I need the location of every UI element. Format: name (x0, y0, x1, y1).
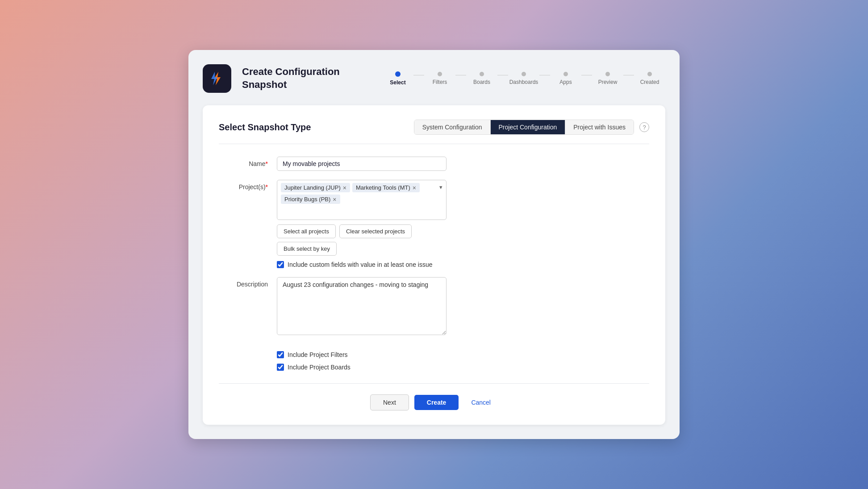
bulk-select-button[interactable]: Bulk select by key (277, 242, 337, 256)
divider-top (219, 144, 649, 144)
divider-bottom (219, 383, 649, 384)
app-title: Create Configuration Snapshot (242, 66, 340, 91)
step-connector-6 (623, 75, 634, 75)
app-logo (203, 64, 231, 93)
projects-multi-select[interactable]: Jupiter Landing (JUP) × Marketing Tools … (277, 180, 447, 220)
step-dot-created (647, 72, 652, 76)
projects-row: Project(s)* Jupiter Landing (JUP) × Mark… (219, 180, 649, 268)
create-button[interactable]: Create (414, 395, 459, 410)
step-label-preview: Preview (598, 79, 618, 85)
description-label: Description (219, 277, 277, 288)
header: Create Configuration Snapshot Select Fil… (203, 64, 665, 93)
action-buttons: Select all projects Clear selected proje… (277, 224, 447, 256)
projects-field: Jupiter Landing (JUP) × Marketing Tools … (277, 180, 447, 268)
description-field: August 23 configuration changes - moving… (277, 277, 447, 337)
step-connector-2 (455, 75, 466, 75)
include-boards-checkbox-row: Include Project Boards (277, 364, 447, 371)
tag-jupiter: Jupiter Landing (JUP) × (281, 183, 350, 192)
dropdown-arrow-icon: ▾ (439, 184, 442, 191)
include-boards-checkbox[interactable] (277, 364, 284, 371)
outer-card: Create Configuration Snapshot Select Fil… (188, 50, 680, 439)
step-label-boards: Boards (473, 79, 490, 85)
stepper: Select Filters Boards Dashboards Apps (382, 71, 665, 86)
snapshot-title: Select Snapshot Type (219, 122, 311, 133)
tag-remove-marketing[interactable]: × (413, 185, 416, 191)
step-label-filters: Filters (433, 79, 447, 85)
main-card: Select Snapshot Type System Configuratio… (203, 105, 665, 425)
step-connector-3 (497, 75, 508, 75)
step-select: Select (382, 71, 413, 86)
next-button[interactable]: Next (370, 394, 409, 410)
description-textarea[interactable]: August 23 configuration changes - moving… (277, 277, 447, 335)
clear-selected-button[interactable]: Clear selected projects (339, 224, 412, 238)
name-input[interactable] (277, 157, 447, 171)
step-label-created: Created (640, 79, 659, 85)
step-boards: Boards (466, 72, 497, 85)
step-label-select: Select (390, 79, 405, 86)
type-btn-issues[interactable]: Project with Issues (565, 120, 634, 134)
tag-remove-priority[interactable]: × (333, 196, 336, 203)
step-connector-4 (539, 75, 550, 75)
include-filters-checkbox[interactable] (277, 351, 284, 358)
include-filters-checkbox-row: Include Project Filters (277, 351, 447, 358)
include-filters-label: Include Project Filters (288, 351, 348, 358)
step-dot-apps (563, 72, 568, 76)
cancel-button[interactable]: Cancel (464, 395, 498, 410)
step-dashboards: Dashboards (508, 72, 539, 85)
tag-marketing: Marketing Tools (MT) × (352, 183, 420, 192)
tag-row: Jupiter Landing (JUP) × Marketing Tools … (281, 183, 442, 204)
step-created: Created (634, 72, 665, 85)
include-filters-row: Include Project Filters Include Project … (219, 346, 649, 371)
name-label: Name* (219, 157, 277, 167)
step-dot-select (395, 71, 401, 77)
include-boards-label: Include Project Boards (288, 364, 351, 371)
step-filters: Filters (424, 72, 455, 85)
type-btn-project[interactable]: Project Configuration (491, 120, 566, 134)
custom-fields-checkbox[interactable] (277, 261, 284, 268)
name-field (277, 157, 447, 171)
select-all-button[interactable]: Select all projects (277, 224, 336, 238)
step-connector-5 (581, 75, 592, 75)
step-connector-1 (413, 75, 424, 75)
custom-fields-row: Include custom fields with value in at l… (277, 261, 447, 268)
projects-label: Project(s)* (219, 180, 277, 191)
step-dot-filters (438, 72, 442, 76)
lightning-bolt-icon (209, 70, 225, 87)
step-apps: Apps (550, 72, 581, 85)
custom-fields-label: Include custom fields with value in at l… (288, 261, 433, 268)
step-dot-boards (480, 72, 484, 76)
step-label-apps: Apps (559, 79, 572, 85)
step-dot-preview (605, 72, 610, 76)
step-label-dashboards: Dashboards (509, 79, 538, 85)
step-dot-dashboards (522, 72, 526, 76)
name-row: Name* (219, 157, 649, 171)
tag-remove-jupiter[interactable]: × (343, 185, 346, 191)
tag-priority: Priority Bugs (PB) × (281, 195, 340, 204)
help-icon[interactable]: ? (639, 122, 649, 132)
type-buttons: System Configuration Project Configurati… (414, 120, 634, 135)
step-preview: Preview (592, 72, 623, 85)
footer-actions: Next Create Cancel (219, 394, 649, 410)
snapshot-header: Select Snapshot Type System Configuratio… (219, 120, 649, 135)
type-btn-system[interactable]: System Configuration (414, 120, 491, 134)
description-row: Description August 23 configuration chan… (219, 277, 649, 337)
